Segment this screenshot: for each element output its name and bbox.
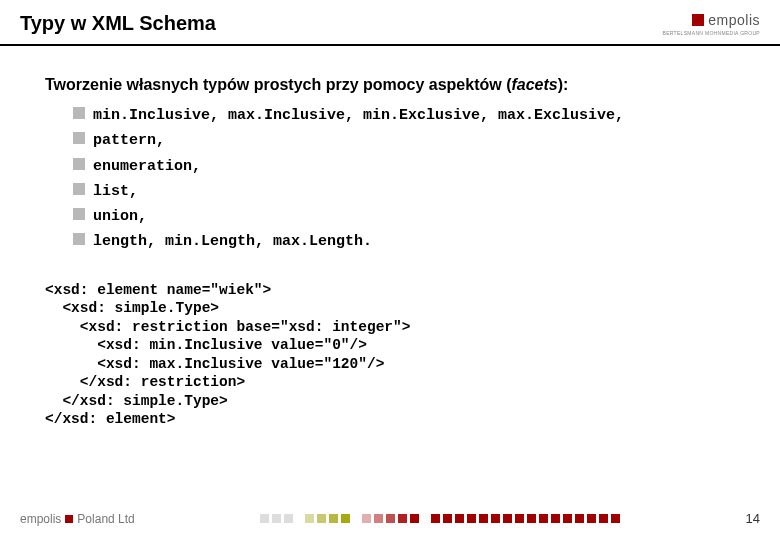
decoration-square-icon [305,514,314,523]
decoration-square-icon [284,514,293,523]
decoration-square-icon [374,514,383,523]
decoration-square-icon [410,514,419,523]
code-example: <xsd: element name="wiek"> <xsd: simple.… [45,281,735,429]
decoration-square-icon [527,514,536,523]
facet-text: union, [93,208,147,225]
footer-logo-right: Poland Ltd [77,512,134,526]
page-number: 14 [746,511,760,526]
decoration-square-icon [362,514,371,523]
list-item: enumeration, [73,155,735,177]
section-subtitle: Tworzenie własnych typów prostych przy p… [45,76,735,94]
footer-logo: empolis Poland Ltd [20,512,135,526]
slide-content: Tworzenie własnych typów prostych przy p… [0,46,780,439]
list-item: length, min.Length, max.Length. [73,230,735,252]
decoration-square-icon [551,514,560,523]
decoration-square-icon [479,514,488,523]
slide-header: Typy w XML Schema empolis BERTELSMANN MO… [0,0,780,46]
decoration-square-icon [563,514,572,523]
decoration-square-icon [587,514,596,523]
list-item: min.Inclusive, max.Inclusive, min.Exclus… [73,104,735,126]
logo-square-icon [692,14,704,26]
decoration-square-icon [467,514,476,523]
facet-text: enumeration, [93,158,201,175]
facet-text: list, [93,183,138,200]
logo-main: empolis [663,12,760,28]
decoration-square-icon [260,514,269,523]
decoration-square-icon [503,514,512,523]
decoration-square-icon [575,514,584,523]
decoration-square-icon [539,514,548,523]
decoration-square-icon [431,514,440,523]
decoration-square-icon [422,514,428,523]
decoration-square-icon [317,514,326,523]
list-item: list, [73,180,735,202]
decoration-square-icon [329,514,338,523]
facet-text: length, min.Length, max.Length. [93,233,372,250]
decoration-square-icon [515,514,524,523]
brand-logo: empolis BERTELSMANN MOHNMEDIA GROUP [663,12,760,36]
facet-text: pattern, [93,132,165,149]
facet-text: min.Inclusive, max.Inclusive, min.Exclus… [93,107,624,124]
slide-footer: empolis Poland Ltd 14 [0,511,780,526]
list-item: union, [73,205,735,227]
decoration-square-icon [296,514,302,523]
footer-logo-square-icon [65,515,73,523]
decoration-square-icon [455,514,464,523]
subtitle-prefix: Tworzenie własnych typów prostych przy p… [45,76,511,93]
decoration-square-icon [398,514,407,523]
subtitle-suffix: ): [558,76,569,93]
subtitle-italic: facets [511,76,557,93]
decoration-square-icon [443,514,452,523]
decoration-square-icon [341,514,350,523]
facet-list: min.Inclusive, max.Inclusive, min.Exclus… [45,104,735,253]
decoration-square-icon [386,514,395,523]
footer-decoration [165,514,716,523]
decoration-square-icon [599,514,608,523]
logo-text: empolis [708,12,760,28]
footer-logo-left: empolis [20,512,61,526]
decoration-square-icon [491,514,500,523]
list-item: pattern, [73,129,735,151]
page-title: Typy w XML Schema [20,12,216,35]
logo-subtext: BERTELSMANN MOHNMEDIA GROUP [663,30,760,36]
decoration-square-icon [611,514,620,523]
decoration-square-icon [272,514,281,523]
decoration-square-icon [353,514,359,523]
